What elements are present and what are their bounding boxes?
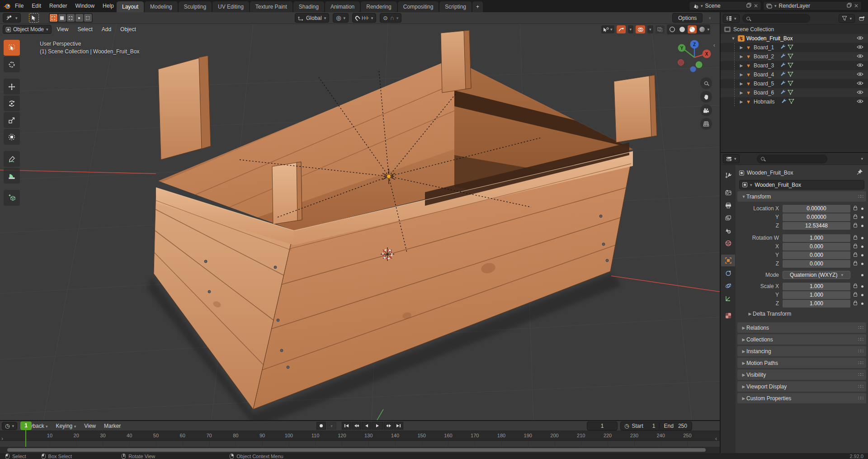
shading-wireframe[interactable] — [668, 25, 677, 33]
add-workspace-button[interactable]: + — [472, 1, 483, 12]
animate-dot[interactable] — [861, 274, 863, 276]
close-icon[interactable]: ✕ — [854, 3, 859, 9]
ruler-tick-label[interactable]: 140 — [391, 433, 399, 438]
eye-icon[interactable] — [857, 35, 863, 42]
tab-compositing[interactable]: Compositing — [398, 1, 439, 12]
shading-material-preview[interactable] — [688, 25, 697, 33]
lock-icon[interactable] — [854, 216, 857, 219]
outliner-row-object[interactable]: ▶▼Board_5 — [721, 79, 868, 88]
current-frame-field[interactable]: 1 — [587, 421, 618, 431]
tab-constraints[interactable] — [721, 267, 735, 279]
panel-collections[interactable]: ▶Collections∷∷ — [737, 334, 866, 345]
ruler-tick-label[interactable]: 10 — [47, 433, 52, 438]
location-z-field[interactable]: 12.53448 — [783, 222, 850, 230]
tab-texture-paint[interactable]: Texture Paint — [250, 1, 292, 12]
proportional-editing-group[interactable]: ⊙ ∩ ▾ — [380, 13, 401, 23]
ruler-tick-label[interactable]: 80 — [233, 433, 238, 438]
properties-options-chevron[interactable]: ▾ — [861, 156, 863, 161]
transform-panel-header[interactable]: ▼ Transform ∷∷ — [737, 191, 866, 202]
select-mode-subtract[interactable] — [67, 14, 75, 22]
jump-to-end-button[interactable] — [394, 422, 403, 430]
ruler-tick-label[interactable]: 240 — [656, 433, 665, 438]
ruler-tick-label[interactable]: 60 — [180, 433, 185, 438]
tab-render[interactable] — [721, 187, 735, 199]
blender-logo-icon[interactable] — [3, 2, 11, 10]
rotation-w-field[interactable]: 1.000 — [783, 234, 850, 242]
play-button[interactable] — [372, 422, 383, 430]
lock-icon[interactable] — [854, 245, 857, 248]
expand-icon[interactable]: ▶ — [739, 54, 744, 59]
expand-icon[interactable]: ▶ — [739, 45, 744, 50]
keyframe-strip[interactable] — [0, 441, 720, 447]
outliner-search-input[interactable] — [742, 14, 810, 23]
ruler-tick-label[interactable]: 50 — [153, 433, 159, 438]
outliner-display-mode[interactable]: ▾ — [723, 14, 740, 23]
tool-rotate[interactable] — [4, 95, 20, 111]
tool-add-cube[interactable] — [4, 190, 20, 206]
xray-toggle[interactable] — [656, 25, 665, 33]
tool-annotate[interactable] — [4, 151, 20, 167]
eye-icon[interactable] — [857, 62, 863, 69]
outliner-row-object[interactable]: ▶▼Board_2 — [721, 52, 868, 61]
drag-dots-icon[interactable]: ∷∷ — [858, 348, 863, 354]
animate-dot[interactable] — [861, 263, 863, 265]
eye-icon[interactable] — [857, 53, 863, 60]
menu-help[interactable]: Help — [99, 0, 118, 12]
tab-animation[interactable]: Animation — [325, 1, 360, 12]
copy-icon[interactable] — [746, 3, 751, 9]
timeline-menu-view[interactable]: View — [81, 423, 99, 429]
expand-icon[interactable]: ▶ — [739, 90, 744, 95]
scrollbar-thumb[interactable] — [7, 448, 706, 452]
menu-file[interactable]: File — [11, 0, 28, 12]
panel-viewport-display[interactable]: ▶Viewport Display∷∷ — [737, 381, 866, 392]
start-frame-field[interactable]: ◷Start1 — [621, 423, 660, 429]
eye-icon[interactable] — [857, 80, 863, 87]
render-layer-selector[interactable]: ▾ RenderLayer ✕ — [763, 1, 862, 10]
eye-icon[interactable] — [857, 90, 863, 96]
expand-icon[interactable]: ▶ — [739, 99, 744, 104]
close-icon[interactable]: ✕ — [754, 3, 758, 9]
prev-keyframe-button[interactable] — [352, 422, 361, 430]
eye-icon[interactable] — [857, 99, 863, 105]
ruler-tick-label[interactable]: 200 — [550, 433, 558, 438]
animate-dot[interactable] — [861, 225, 863, 227]
ruler-tick-label[interactable]: 210 — [577, 433, 585, 438]
ruler-tick-label[interactable]: 250 — [683, 433, 691, 438]
drag-dots-icon[interactable]: ∷∷ — [858, 360, 863, 366]
lock-icon[interactable] — [854, 302, 857, 305]
animate-dot[interactable] — [861, 285, 863, 288]
playhead[interactable] — [25, 430, 26, 447]
auto-keying-button[interactable] — [316, 422, 326, 430]
ruler-tick-label[interactable]: 30 — [100, 433, 105, 438]
mode-dropdown[interactable]: Object Mode ▾ — [3, 25, 52, 34]
options-button[interactable]: Options — [672, 13, 703, 23]
location-y-field[interactable]: 0.00000 — [783, 213, 850, 221]
menu-edit[interactable]: Edit — [28, 0, 45, 12]
viewport-menu-view[interactable]: View — [53, 26, 72, 33]
lock-icon[interactable] — [854, 285, 857, 288]
outliner-row-object[interactable]: ▶▼Board_4 — [721, 70, 868, 79]
collapse-right-icon[interactable]: ‹ — [715, 435, 717, 442]
ruler-tick-label[interactable]: 120 — [338, 433, 346, 438]
tab-scripting[interactable]: Scripting — [439, 1, 472, 12]
properties-search-input[interactable] — [757, 155, 827, 163]
zoom-button[interactable] — [700, 77, 712, 89]
outliner-row-object[interactable]: ▶▼Board_3 — [721, 61, 868, 70]
drag-dots-icon[interactable]: ∷∷ — [858, 325, 863, 331]
camera-view-button[interactable] — [700, 104, 712, 116]
tab-modeling[interactable]: Modeling — [145, 1, 178, 12]
ruler-tick-label[interactable]: 190 — [524, 433, 532, 438]
delta-transform-subpanel[interactable]: ▶Delta Transform — [736, 309, 868, 318]
filter-dropdown[interactable]: ▾ — [839, 14, 855, 23]
tool-cursor[interactable] — [4, 57, 20, 72]
copy-icon[interactable] — [847, 3, 852, 9]
animate-dot[interactable] — [861, 303, 863, 305]
ruler-tick-label[interactable]: 100 — [285, 433, 293, 438]
timeline-ruler[interactable]: 1020304050607080901001101201301401501601… — [0, 431, 720, 441]
keying-set-dropdown[interactable]: ▾ — [327, 422, 336, 430]
active-tool-dropdown[interactable]: ▾ — [3, 13, 21, 23]
collapse-sidebar-icon[interactable]: ‹ — [713, 42, 715, 48]
panel-relations[interactable]: ▶Relations∷∷ — [737, 322, 866, 333]
tab-rendering[interactable]: Rendering — [361, 1, 396, 12]
tool-select-box[interactable] — [4, 40, 20, 56]
